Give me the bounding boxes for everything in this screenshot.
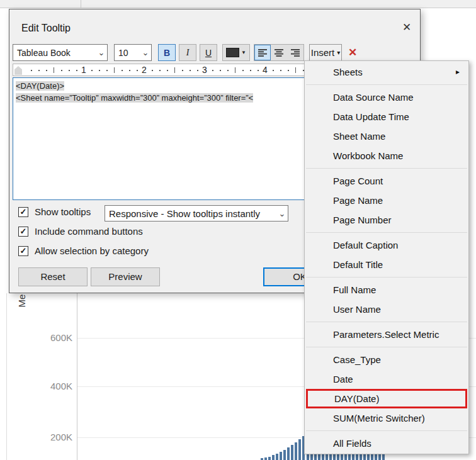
- italic-icon: I: [186, 48, 190, 58]
- ruler-tick: [242, 70, 244, 71]
- chart-bar: [287, 447, 290, 460]
- chart-bar: [344, 454, 347, 460]
- menu-item-label: Data Update Time: [333, 111, 409, 122]
- menu-item-label: Page Name: [333, 195, 383, 206]
- ruler-number: 2: [142, 65, 147, 75]
- chart-bar: [382, 454, 385, 460]
- reset-button[interactable]: Reset: [18, 267, 88, 286]
- dialog-title: Edit Tooltip: [21, 23, 71, 34]
- menu-item-parameters-select-metric[interactable]: Parameters.Select Metric: [305, 325, 468, 344]
- ruler-tick: [167, 70, 168, 71]
- menu-item-label: All Fields: [333, 438, 371, 449]
- ruler-number: 1: [81, 65, 86, 75]
- ruler-tick: [122, 70, 123, 71]
- allow-selection-label: Allow selection by category: [35, 245, 149, 256]
- chart-bar: [348, 454, 351, 460]
- chart-bar: [329, 454, 332, 460]
- insert-dropdown-menu: Sheets▸Data Source NameData Update TimeS…: [304, 60, 469, 454]
- menu-item-label: Sheets: [333, 67, 363, 77]
- include-command-buttons-checkbox[interactable]: ✓: [18, 227, 28, 237]
- delete-sheet-button[interactable]: ✕: [345, 44, 360, 61]
- menu-separator: [305, 274, 468, 280]
- menu-item-page-number[interactable]: Page Number: [305, 210, 468, 230]
- ruler-tick: [152, 70, 153, 71]
- menu-item-page-count[interactable]: Page Count: [305, 171, 468, 191]
- align-right-button[interactable]: [287, 45, 303, 60]
- menu-item-sheet-name[interactable]: Sheet Name: [305, 126, 468, 146]
- close-icon[interactable]: ✕: [396, 19, 417, 36]
- color-swatch-icon: [226, 48, 239, 57]
- font-family-select[interactable]: Tableau Book ⌄: [13, 44, 108, 61]
- menu-item-label: SUM(Metric Switcher): [333, 413, 425, 424]
- chart-bar: [291, 445, 293, 460]
- ruler-tick: [114, 67, 115, 73]
- show-tooltips-checkbox[interactable]: ✓: [18, 207, 28, 217]
- ruler-tick: [288, 70, 289, 71]
- menu-item-label: Default Title: [333, 259, 383, 270]
- menu-item-sum-metric-switcher-[interactable]: SUM(Metric Switcher): [305, 408, 468, 428]
- ruler-tick: [46, 70, 47, 71]
- ruler-tick: [61, 70, 62, 71]
- menu-item-page-name[interactable]: Page Name: [305, 191, 468, 210]
- insert-button[interactable]: Insert ▾: [309, 44, 342, 61]
- font-color-button[interactable]: ▼: [222, 44, 250, 61]
- menu-item-all-fields[interactable]: All Fields: [305, 434, 468, 453]
- menu-separator: [305, 82, 468, 87]
- y-tick-label: 400K: [41, 381, 72, 391]
- menu-item-label: DAY(Date): [334, 393, 379, 404]
- font-size-select[interactable]: 10 ⌄: [114, 44, 152, 61]
- ruler-tick: [38, 70, 40, 71]
- chart-bar: [326, 454, 328, 460]
- menu-item-user-name[interactable]: User Name: [305, 300, 468, 319]
- menu-item-label: Parameters.Select Metric: [333, 329, 439, 340]
- ruler-number: 3: [202, 65, 207, 75]
- red-x-icon: ✕: [348, 46, 357, 59]
- menu-item-full-name[interactable]: Full Name: [305, 280, 468, 300]
- ruler-tick: [129, 70, 130, 71]
- italic-button[interactable]: I: [179, 44, 196, 61]
- menu-item-workbook-name[interactable]: Workbook Name: [305, 146, 468, 165]
- menu-item-day-date-[interactable]: DAY(Date): [306, 389, 467, 408]
- menu-item-case-type[interactable]: Case_Type: [305, 350, 468, 369]
- menu-item-default-caption[interactable]: Default Caption: [305, 235, 468, 255]
- bold-button[interactable]: B: [158, 44, 176, 61]
- underline-button[interactable]: U: [200, 44, 217, 61]
- align-center-button[interactable]: [271, 45, 287, 60]
- menu-item-date[interactable]: Date: [305, 369, 468, 389]
- chart-bars-clipped: [307, 454, 386, 460]
- preview-button[interactable]: Preview: [91, 267, 160, 286]
- ruler-tick: [182, 70, 183, 71]
- chevron-down-icon: ⌄: [276, 209, 288, 218]
- menu-item-default-title[interactable]: Default Title: [305, 255, 468, 274]
- allow-selection-row: ✓ Allow selection by category: [18, 245, 149, 256]
- menu-item-label: Workbook Name: [333, 150, 403, 161]
- menu-separator: [305, 428, 468, 434]
- menu-item-data-source-name[interactable]: Data Source Name: [305, 87, 468, 107]
- menu-separator: [305, 165, 468, 171]
- ruler-tick: [106, 70, 108, 71]
- ruler-tick: [250, 70, 251, 71]
- menu-item-sheets[interactable]: Sheets▸: [305, 62, 468, 82]
- menu-item-label: Case_Type: [333, 354, 381, 365]
- ruler-tick: [280, 70, 281, 71]
- tooltip-behavior-select[interactable]: Responsive - Show tooltips instantly ⌄: [105, 205, 288, 222]
- ruler-tick: [190, 70, 191, 71]
- ruler-tick: [235, 67, 235, 73]
- chart-bar: [371, 454, 373, 460]
- align-center-icon: [275, 49, 283, 57]
- ruler-number: 4: [263, 65, 268, 75]
- tooltip-behavior-value: Responsive - Show tooltips instantly: [105, 208, 276, 219]
- chart-bar: [310, 454, 313, 460]
- underline-icon: U: [205, 48, 212, 58]
- menu-item-data-update-time[interactable]: Data Update Time: [305, 107, 468, 126]
- menu-item-label: Data Source Name: [333, 92, 414, 103]
- chart-pane-border: [6, 293, 7, 460]
- chart-bar: [307, 454, 309, 460]
- allow-selection-checkbox[interactable]: ✓: [18, 246, 28, 256]
- dropdown-caret-icon: ▾: [337, 49, 340, 56]
- align-left-button[interactable]: [254, 45, 271, 60]
- ruler-margin-marker[interactable]: [14, 66, 22, 75]
- menu-separator: [305, 344, 468, 350]
- ruler-tick: [54, 67, 54, 73]
- chart-bars: [261, 434, 306, 460]
